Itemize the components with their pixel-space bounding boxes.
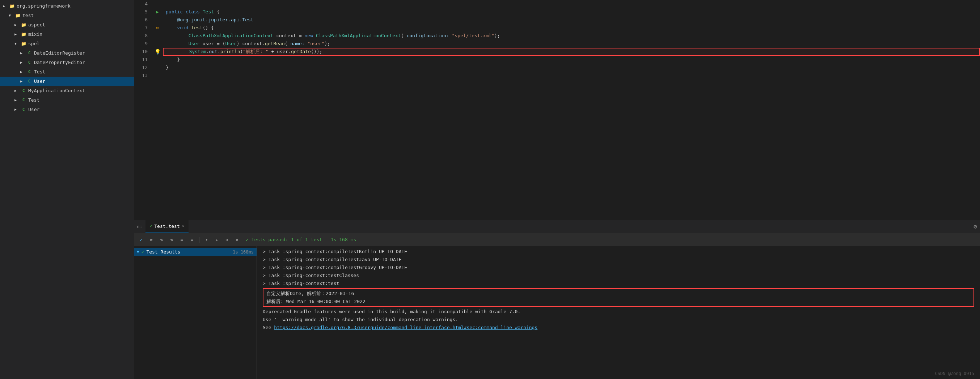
code-line-13 xyxy=(163,71,980,79)
console-line-7: 解析后: Wed Mar 16 00:00:00 CST 2022 xyxy=(266,298,970,306)
tree-arrow: ▶ xyxy=(14,87,20,95)
line-num-13: 13 xyxy=(137,71,148,79)
main-area: ▶ 📁 org.springframework ▼ 📁 test ▶ 📁 asp… xyxy=(0,0,980,379)
code-content[interactable]: public class Test { @org.junit.jupiter.a… xyxy=(163,0,980,220)
gutter-9 xyxy=(152,40,163,48)
line-num-4: 4 xyxy=(137,0,148,8)
class-icon: C xyxy=(20,97,27,103)
toolbar-rerun-button[interactable]: ⇒ xyxy=(223,235,231,244)
line-num-7: 7 xyxy=(137,24,148,32)
console-output[interactable]: > Task :spring-context:compileTestKotlin… xyxy=(257,246,980,379)
tree-item-test-class[interactable]: ▶ C Test xyxy=(0,67,134,77)
console-line-1: > Task :spring-context:compileTestKotlin… xyxy=(263,248,974,256)
line-num-10: 10 xyxy=(137,48,148,56)
line-num-11: 11 xyxy=(137,56,148,63)
file-tree-sidebar: ▶ 📁 org.springframework ▼ 📁 test ▶ 📁 asp… xyxy=(0,0,134,379)
tree-item-myappcontext[interactable]: ▶ C MyApplicationContext xyxy=(0,86,134,95)
tree-arrow: ▼ xyxy=(9,11,14,19)
gutter-11 xyxy=(152,56,163,63)
gutter-12 xyxy=(152,63,163,71)
console-see-text: See xyxy=(263,323,274,331)
folder-icon: 📁 xyxy=(20,22,27,28)
toolbar-group-button[interactable]: ≡ xyxy=(177,235,186,244)
code-line-7: void test() { xyxy=(163,24,980,32)
tree-arrow: ▶ xyxy=(14,106,20,114)
tree-item-user-top[interactable]: ▶ C User xyxy=(0,105,134,114)
pass-indicator: ✓ Tests passed: 1 of 1 test – 1s 168 ms xyxy=(246,237,356,242)
tree-item-spel[interactable]: ▼ 📁 spel xyxy=(0,39,134,48)
test-results-header[interactable]: ▼ ✓ Test Results 1s 168ms xyxy=(134,248,256,256)
line-num-9: 9 xyxy=(137,40,148,48)
tab-close-button[interactable]: × xyxy=(182,224,185,228)
toolbar-separator xyxy=(199,237,199,243)
bottom-content: ▼ ✓ Test Results 1s 168ms > Task :spring… xyxy=(134,246,980,379)
tree-item-test[interactable]: ▼ 📁 test xyxy=(0,11,134,20)
line-num-8: 8 xyxy=(137,32,148,40)
tab-bar: n: ✓ Test.test × ⚙ xyxy=(134,220,980,233)
line-num-12: 12 xyxy=(137,63,148,71)
tree-arrow: ▶ xyxy=(3,2,9,10)
folder-icon: 📁 xyxy=(20,41,27,47)
code-line-11: } xyxy=(163,56,980,63)
toolbar-sort-desc-button[interactable]: ⇅ xyxy=(167,235,176,244)
tree-label: Test xyxy=(34,68,45,76)
console-gradle-link[interactable]: https://docs.gradle.org/6.8.3/userguide/… xyxy=(274,323,538,331)
console-red-box: 自定义解析Date, 解析前：2022-03-16 解析后: Wed Mar 1… xyxy=(263,288,974,307)
line-numbers: 4 5 6 7 8 9 10 11 12 13 xyxy=(134,0,152,220)
toolbar-check-button[interactable]: ✓ xyxy=(137,235,145,244)
bottom-panel: n: ✓ Test.test × ⚙ ✓ ⊘ ⇅ ⇅ ≡ ≡ ↑ ↓ ⇒ xyxy=(134,220,980,379)
bulb-icon[interactable]: 💡 xyxy=(154,49,161,55)
tree-item-test-top[interactable]: ▶ C Test xyxy=(0,95,134,105)
toolbar-up-button[interactable]: ↑ xyxy=(202,235,211,244)
debug-icon[interactable]: ⊙ xyxy=(156,25,159,30)
pass-text: Tests passed: 1 of 1 test – 1s 168 ms xyxy=(251,237,356,242)
toolbar-down-button[interactable]: ↓ xyxy=(212,235,221,244)
gutter-7[interactable]: ⊙ xyxy=(152,24,163,32)
tab-test[interactable]: ✓ Test.test × xyxy=(145,220,189,233)
test-results-panel: ▼ ✓ Test Results 1s 168ms xyxy=(134,246,257,379)
class-icon: C xyxy=(26,78,33,85)
console-line-4: > Task :spring-context:testClasses xyxy=(263,271,974,279)
tree-label: test xyxy=(22,11,33,19)
code-line-4 xyxy=(163,0,980,8)
test-results-label: Test Results xyxy=(146,249,180,255)
tree-label: Test xyxy=(28,96,40,104)
tree-label: spel xyxy=(28,40,40,48)
line-num-5: 5 xyxy=(137,8,148,16)
code-line-9: User user = (User) context.getBean( name… xyxy=(163,40,980,48)
console-line-5: > Task :spring-context:test xyxy=(263,279,974,287)
code-line-6: @org.junit.jupiter.api.Test xyxy=(163,16,980,24)
tree-arrow: ▶ xyxy=(20,49,26,57)
tree-item-user[interactable]: ▶ C User xyxy=(0,77,134,86)
console-line-6: 自定义解析Date, 解析前：2022-03-16 xyxy=(266,290,970,298)
console-line-8: Deprecated Gradle features were used in … xyxy=(263,308,974,316)
class-icon: C xyxy=(26,59,33,66)
tree-item-dateeditorregister[interactable]: ▶ C DateEditorRegister xyxy=(0,48,134,58)
tree-item-mixin[interactable]: ▶ 📁 mixin xyxy=(0,30,134,39)
gutter-5[interactable]: ▶ xyxy=(152,8,163,16)
tree-item-aspect[interactable]: ▶ 📁 aspect xyxy=(0,20,134,30)
tree-arrow: ▼ xyxy=(14,40,20,48)
tree-arrow: ▶ xyxy=(14,21,20,29)
toolbar-filter-button[interactable]: ≡ xyxy=(188,235,196,244)
toolbar-sort-asc-button[interactable]: ⇅ xyxy=(157,235,166,244)
run-icon[interactable]: ▶ xyxy=(156,10,159,14)
gutter-10[interactable]: 💡 xyxy=(152,48,163,56)
toolbar-stop-button[interactable]: ⊘ xyxy=(147,235,156,244)
editor-area: 4 5 6 7 8 9 10 11 12 13 ▶ ⊙ 💡 xyxy=(134,0,980,379)
tree-item-org-springframework[interactable]: ▶ 📁 org.springframework xyxy=(0,2,134,11)
class-icon: C xyxy=(26,69,33,75)
test-results-time: 1s 168ms xyxy=(233,249,254,255)
bottom-toolbar: ✓ ⊘ ⇅ ⇅ ≡ ≡ ↑ ↓ ⇒ » ✓ Tests passed: 1 of… xyxy=(134,233,980,246)
gutter-8 xyxy=(152,32,163,40)
tree-item-datepropertyeditor[interactable]: ▶ C DatePropertyEditor xyxy=(0,58,134,67)
code-line-5: public class Test { xyxy=(163,8,980,16)
toolbar-more-button[interactable]: » xyxy=(233,235,241,244)
tree-arrow: ▶ xyxy=(14,96,20,104)
settings-icon[interactable]: ⚙ xyxy=(974,223,977,230)
line-num-6: 6 xyxy=(137,16,148,24)
console-line-9: Use '--warning-mode all' to show the ind… xyxy=(263,316,974,323)
tab-label: Test.test xyxy=(154,224,180,229)
gutter-13 xyxy=(152,71,163,79)
tree-arrow: ▶ xyxy=(20,59,26,67)
